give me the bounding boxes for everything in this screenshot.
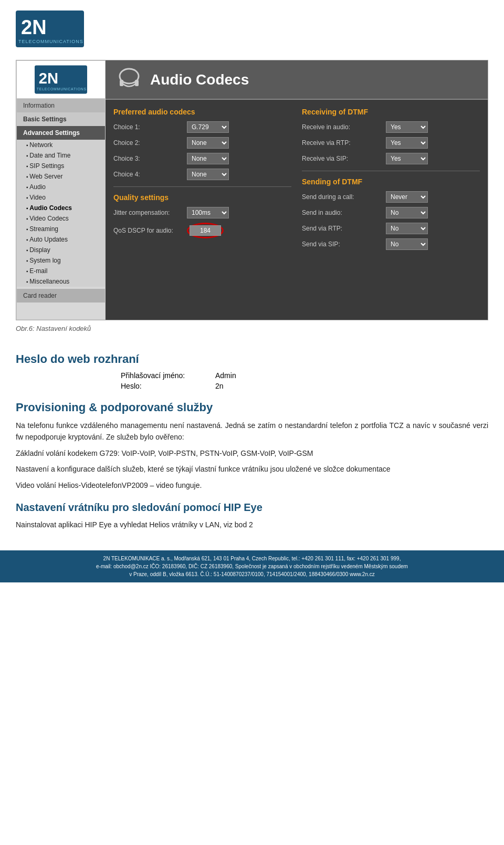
sidebar-item-basic-settings[interactable]: Basic Settings	[17, 112, 105, 126]
heading-heslo: Heslo do web rozhraní	[16, 352, 488, 366]
sidebar-item-audio-codecs[interactable]: Audio Codecs	[17, 203, 105, 213]
footer-line1: 2N TELEKOMUNIKACE a. s., Modřanská 621, …	[10, 555, 494, 562]
svg-text:TELECOMMUNICATIONS: TELECOMMUNICATIONS	[18, 39, 83, 44]
sidebar-logo-svg: 2N TELECOMMUNICATIONS	[35, 65, 87, 94]
login-row: Přihlašovací jméno: Admin	[121, 371, 488, 380]
main-panel: Audio Codecs Preferred audio codecs Choi…	[106, 60, 488, 320]
receive-sip-row: Receive via SIP: Yes No	[302, 153, 480, 164]
receive-rtp-select[interactable]: Yes No	[386, 137, 428, 149]
sidebar-menu: Information Basic Settings Advanced Sett…	[17, 99, 105, 319]
choice1-select[interactable]: G.729 G.711 None	[187, 121, 229, 133]
send-audio-select[interactable]: No Yes	[386, 207, 428, 218]
svg-text:2N: 2N	[39, 70, 58, 87]
receive-audio-row: Receive in audio: Yes No	[302, 121, 480, 133]
sidebar-item-card-reader[interactable]: Card reader	[17, 289, 105, 302]
qos-label: QoS DSCP for audio:	[113, 227, 187, 234]
qos-highlight-circle	[187, 223, 224, 238]
logo-2n-svg: 2N TELECOMMUNICATIONS	[16, 11, 84, 47]
headphone-icon	[116, 67, 142, 92]
document-section: Heslo do web rozhraní Přihlašovací jméno…	[0, 337, 504, 540]
sidebar-item-video-codecs[interactable]: Video Codecs	[17, 213, 105, 224]
receive-rtp-row: Receive via RTP: Yes No	[302, 137, 480, 149]
footer-line2: e-mail: obchod@2n.cz IČO: 26183960, DIČ:…	[10, 562, 494, 570]
choice4-label: Choice 4:	[113, 171, 187, 178]
svg-text:TELECOMMUNICATIONS: TELECOMMUNICATIONS	[37, 87, 87, 91]
qos-input[interactable]	[190, 225, 221, 236]
send-sip-select[interactable]: No Yes	[386, 238, 428, 250]
send-sip-label: Send via SIP:	[302, 241, 386, 248]
heading-provisioning: Provisioning & podporované služby	[16, 401, 488, 414]
choice4-select[interactable]: None G.729	[187, 169, 229, 180]
send-rtp-select[interactable]: No Yes	[386, 223, 428, 234]
receive-audio-select[interactable]: Yes No	[386, 121, 428, 133]
sidebar-item-audio[interactable]: Audio	[17, 182, 105, 192]
send-rtp-row: Send via RTP: No Yes	[302, 223, 480, 234]
svg-text:2N: 2N	[21, 16, 47, 38]
sidebar-item-network[interactable]: Network	[17, 140, 105, 150]
para1: Na telefonu funkce vzdáleného management…	[16, 420, 488, 443]
para4: Video volání Helios-VideotelefonVP2009 –…	[16, 479, 488, 491]
sidebar-item-system-log[interactable]: System log	[17, 255, 105, 266]
sidebar-item-advanced-settings[interactable]: Advanced Settings	[17, 126, 105, 140]
panel-header: Audio Codecs	[106, 60, 488, 100]
sidebar-item-miscellaneous[interactable]: Miscellaneous	[17, 276, 105, 287]
send-sip-row: Send via SIP: No Yes	[302, 238, 480, 250]
receive-sip-select[interactable]: Yes No	[386, 153, 428, 164]
choice3-label: Choice 3:	[113, 155, 187, 162]
qos-row: QoS DSCP for audio:	[113, 223, 291, 238]
heading-hip-eye: Nastavení vrátníku pro sledování pomocí …	[16, 502, 488, 514]
para3: Nastavení a konfigurace dalších služeb, …	[16, 463, 488, 475]
choice2-select[interactable]: None G.729	[187, 137, 229, 149]
receive-audio-label: Receive in audio:	[302, 123, 386, 131]
screenshot-section: 2N TELECOMMUNICATIONS Information Basic …	[16, 60, 488, 320]
sidebar-item-date-time[interactable]: Date and Time	[17, 150, 105, 161]
para5: Nainstalovat aplikaci HIP Eye a vyhledat…	[16, 519, 488, 530]
sidebar-item-auto-updates[interactable]: Auto Updates	[17, 234, 105, 245]
receive-rtp-label: Receive via RTP:	[302, 139, 386, 147]
send-call-select[interactable]: Never Always	[386, 191, 428, 203]
jitter-row: Jitter compensation: 100ms 50ms 200ms	[113, 207, 291, 218]
choice1-label: Choice 1:	[113, 123, 187, 131]
password-label: Heslo:	[121, 382, 205, 390]
sidebar-item-web-server[interactable]: Web Server	[17, 171, 105, 182]
jitter-select[interactable]: 100ms 50ms 200ms	[187, 207, 229, 218]
sidebar: 2N TELECOMMUNICATIONS Information Basic …	[16, 60, 106, 320]
panel-left-column: Preferred audio codecs Choice 1: G.729 G…	[113, 108, 297, 254]
panel-body: Preferred audio codecs Choice 1: G.729 G…	[106, 100, 488, 262]
footer: 2N TELEKOMUNIKACE a. s., Modřanská 621, …	[0, 550, 504, 582]
sidebar-item-email[interactable]: E-mail	[17, 266, 105, 276]
choice3-row: Choice 3: None G.729	[113, 153, 291, 164]
sidebar-item-information[interactable]: Information	[17, 99, 105, 112]
login-value: Admin	[215, 371, 236, 380]
choice2-row: Choice 2: None G.729	[113, 137, 291, 149]
send-audio-label: Send in audio:	[302, 209, 386, 216]
sidebar-item-video[interactable]: Video	[17, 192, 105, 203]
panel-right-column: Receiving of DTMF Receive in audio: Yes …	[297, 108, 480, 254]
login-label: Přihlašovací jméno:	[121, 371, 205, 380]
footer-line3: v Praze, oddíl B, vložka 6613. Č.Ú.: 51-…	[10, 570, 494, 578]
top-logo-section: 2N TELECOMMUNICATIONS	[0, 0, 504, 60]
choice2-label: Choice 2:	[113, 139, 187, 147]
jitter-label: Jitter compensation:	[113, 209, 187, 216]
receive-sip-label: Receive via SIP:	[302, 155, 386, 162]
password-row: Heslo: 2n	[121, 382, 488, 390]
send-call-row: Send during a call: Never Always	[302, 191, 480, 203]
preferred-codecs-title: Preferred audio codecs	[113, 108, 291, 116]
sidebar-item-display[interactable]: Display	[17, 245, 105, 255]
choice1-row: Choice 1: G.729 G.711 None	[113, 121, 291, 133]
para2: Základní volání kodekem G729: VoIP-VoIP,…	[16, 447, 488, 459]
send-call-label: Send during a call:	[302, 193, 386, 201]
choice3-select[interactable]: None G.729	[187, 153, 229, 164]
top-logo: 2N TELECOMMUNICATIONS	[16, 11, 84, 49]
login-table: Přihlašovací jméno: Admin Heslo: 2n	[121, 371, 488, 390]
quality-title: Quality settings	[113, 193, 291, 202]
send-audio-row: Send in audio: No Yes	[302, 207, 480, 218]
receiving-dtmf-title: Receiving of DTMF	[302, 108, 480, 116]
sidebar-logo: 2N TELECOMMUNICATIONS	[17, 61, 105, 99]
sidebar-item-streaming[interactable]: Streaming	[17, 224, 105, 234]
caption: Obr.6: Nastavení kodeků	[0, 320, 504, 337]
sending-dtmf-title: Sending of DTMF	[302, 178, 480, 186]
choice4-row: Choice 4: None G.729	[113, 169, 291, 180]
panel-title: Audio Codecs	[150, 71, 249, 88]
sidebar-item-sip-settings[interactable]: SIP Settings	[17, 161, 105, 171]
